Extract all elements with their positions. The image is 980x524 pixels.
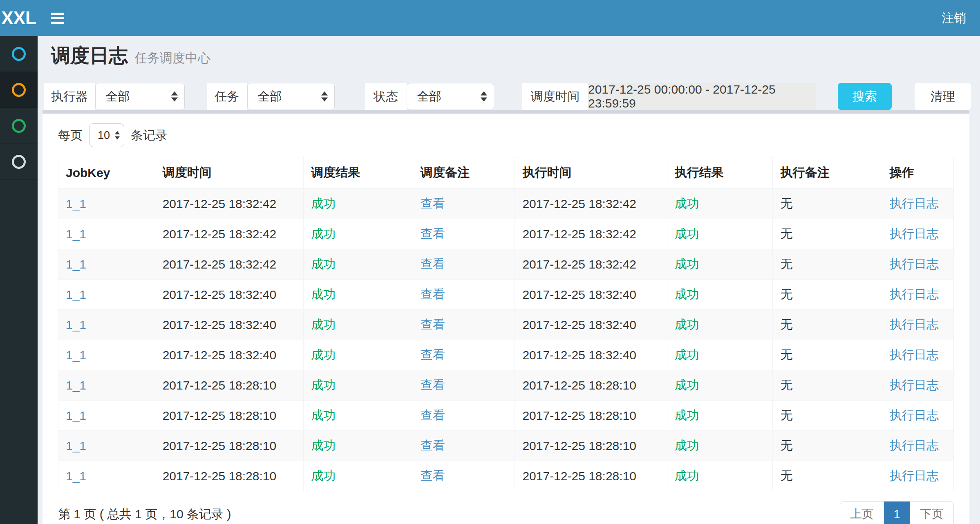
- table-row: 1_1 2017-12-25 18:32:42 成功 查看 2017-12-25…: [58, 219, 954, 249]
- time-filter-group: 调度时间 2017-12-25 00:00:00 - 2017-12-25 23…: [522, 83, 816, 110]
- execute-remark-cell: 无: [780, 348, 792, 361]
- log-table-panel: 每页 10 条记录 JobKey 调度时间: [43, 110, 969, 524]
- col-jobkey: JobKey: [58, 157, 155, 189]
- top-navbar: XXL 注销: [0, 0, 980, 36]
- jobkey-link[interactable]: 1_1: [66, 469, 86, 483]
- dispatch-result-cell: 成功: [311, 378, 336, 392]
- dispatch-remark-link[interactable]: 查看: [421, 257, 445, 271]
- dispatch-result-cell: 成功: [311, 227, 336, 240]
- jobkey-link[interactable]: 1_1: [66, 197, 86, 210]
- dispatch-remark-link[interactable]: 查看: [421, 287, 445, 301]
- search-button[interactable]: 搜索: [838, 83, 892, 110]
- jobkey-link[interactable]: 1_1: [66, 227, 86, 241]
- pagination: 上页 1 下页: [840, 501, 954, 524]
- col-dispatch-result: 调度结果: [304, 157, 413, 189]
- page-size-suffix-label: 条记录: [131, 127, 168, 144]
- page-title: 调度日志: [51, 45, 128, 66]
- execute-log-link[interactable]: 执行日志: [890, 469, 939, 482]
- page-size-prefix-label: 每页: [58, 127, 83, 144]
- execute-log-link[interactable]: 执行日志: [890, 197, 939, 210]
- jobkey-link[interactable]: 1_1: [66, 439, 86, 452]
- execute-time-cell: 2017-12-25 18:32:40: [522, 288, 636, 301]
- dispatch-remark-link[interactable]: 查看: [421, 227, 445, 240]
- execute-log-link[interactable]: 执行日志: [890, 408, 939, 422]
- executor-filter-label: 执行器: [44, 83, 95, 110]
- execute-time-cell: 2017-12-25 18:32:42: [522, 258, 636, 271]
- dispatch-remark-link[interactable]: 查看: [421, 318, 445, 331]
- time-range-input[interactable]: 2017-12-25 00:00:00 - 2017-12-25 23:59:5…: [588, 83, 816, 110]
- page-size-value: 10: [98, 129, 110, 142]
- select-stepper-icon: [321, 92, 328, 102]
- execute-remark-cell: 无: [780, 408, 792, 422]
- table-row: 1_1 2017-12-25 18:28:10 成功 查看 2017-12-25…: [58, 370, 954, 401]
- job-select-value: 全部: [257, 88, 282, 105]
- navbar: 注销: [38, 0, 980, 36]
- sidebar: [0, 36, 38, 524]
- select-stepper-icon: [171, 92, 178, 102]
- circle-o-icon: [12, 119, 26, 133]
- dispatch-time-cell: 2017-12-25 18:32:42: [163, 258, 277, 271]
- col-dispatch-remark: 调度备注: [413, 157, 515, 189]
- jobkey-link[interactable]: 1_1: [66, 288, 86, 301]
- dispatch-result-cell: 成功: [311, 348, 336, 361]
- status-select[interactable]: 全部: [407, 83, 494, 110]
- dispatch-time-cell: 2017-12-25 18:28:10: [163, 469, 277, 483]
- execute-time-cell: 2017-12-25 18:32:40: [522, 318, 636, 331]
- execute-time-cell: 2017-12-25 18:28:10: [522, 469, 636, 483]
- execute-result-cell: 成功: [675, 378, 699, 392]
- dispatch-time-cell: 2017-12-25 18:32:42: [163, 197, 277, 210]
- executor-select[interactable]: 全部: [95, 83, 185, 110]
- dispatch-remark-link[interactable]: 查看: [421, 197, 445, 210]
- execute-remark-cell: 无: [780, 197, 792, 210]
- filter-toolbar: 执行器 全部 任务 全部 状态 全部: [38, 83, 980, 110]
- jobkey-link[interactable]: 1_1: [66, 258, 86, 271]
- execute-result-cell: 成功: [675, 197, 699, 210]
- jobkey-link[interactable]: 1_1: [66, 378, 86, 392]
- execute-remark-cell: 无: [780, 257, 792, 271]
- jobkey-link[interactable]: 1_1: [66, 409, 86, 422]
- sidebar-item-3[interactable]: [0, 108, 38, 144]
- sidebar-item-1[interactable]: [0, 36, 38, 72]
- dispatch-remark-link[interactable]: 查看: [421, 408, 445, 422]
- execute-log-link[interactable]: 执行日志: [890, 439, 939, 452]
- page-size-control: 每页 10 条记录: [58, 123, 954, 147]
- execute-result-cell: 成功: [675, 408, 699, 422]
- prev-page-button[interactable]: 上页: [840, 502, 884, 524]
- table-row: 1_1 2017-12-25 18:28:10 成功 查看 2017-12-25…: [58, 431, 954, 461]
- page-header: 调度日志任务调度中心: [38, 36, 980, 67]
- execute-remark-cell: 无: [780, 378, 792, 392]
- logout-link[interactable]: 注销: [942, 10, 966, 27]
- job-select[interactable]: 全部: [247, 83, 335, 110]
- dispatch-remark-link[interactable]: 查看: [421, 469, 445, 482]
- dispatch-result-cell: 成功: [311, 408, 336, 422]
- dispatch-remark-link[interactable]: 查看: [421, 378, 445, 392]
- current-page-button[interactable]: 1: [884, 502, 910, 524]
- table-row: 1_1 2017-12-25 18:32:42 成功 查看 2017-12-25…: [58, 189, 954, 219]
- sidebar-toggle-icon[interactable]: [51, 13, 64, 24]
- execute-log-link[interactable]: 执行日志: [890, 318, 939, 331]
- content-area: 调度日志任务调度中心 执行器 全部 任务 全部 状态 全: [38, 36, 980, 524]
- execute-log-link[interactable]: 执行日志: [890, 287, 939, 301]
- jobkey-link[interactable]: 1_1: [66, 348, 86, 362]
- execute-time-cell: 2017-12-25 18:32:40: [522, 348, 636, 362]
- select-stepper-icon: [115, 131, 120, 140]
- execute-log-link[interactable]: 执行日志: [890, 378, 939, 392]
- dispatch-remark-link[interactable]: 查看: [421, 439, 445, 452]
- col-execute-result: 执行结果: [667, 157, 773, 189]
- execute-log-link[interactable]: 执行日志: [890, 227, 939, 240]
- page-size-select[interactable]: 10: [89, 123, 124, 147]
- dispatch-remark-link[interactable]: 查看: [421, 348, 445, 361]
- dispatch-time-cell: 2017-12-25 18:28:10: [163, 409, 277, 422]
- sidebar-item-4[interactable]: [0, 144, 38, 180]
- app-logo[interactable]: XXL: [0, 0, 38, 36]
- clear-button[interactable]: 清理: [915, 83, 971, 110]
- execute-log-link[interactable]: 执行日志: [890, 257, 939, 271]
- execute-time-cell: 2017-12-25 18:32:42: [522, 227, 636, 241]
- sidebar-item-2[interactable]: [0, 72, 38, 108]
- jobkey-link[interactable]: 1_1: [66, 318, 86, 331]
- next-page-button[interactable]: 下页: [910, 502, 953, 524]
- dispatch-result-cell: 成功: [311, 257, 336, 271]
- execute-result-cell: 成功: [675, 439, 699, 452]
- col-action: 操作: [882, 157, 953, 189]
- execute-log-link[interactable]: 执行日志: [890, 348, 939, 361]
